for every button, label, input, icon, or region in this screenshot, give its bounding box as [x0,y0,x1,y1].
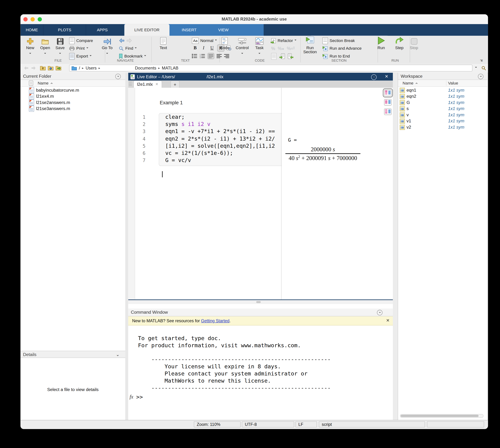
address-dropdown-icon[interactable] [475,67,477,69]
right-splitter[interactable] [393,73,398,420]
file-row[interactable]: l21ex4.m [20,93,125,99]
status-zoom[interactable]: Zoom: 110% [194,421,241,428]
prompt-row[interactable]: fx >> [129,393,143,400]
getting-started-link[interactable]: Getting Started [201,318,230,323]
workspace-hscrollbar[interactable] [400,414,484,418]
code-line[interactable]: vc = i2*(1/(s*1e-6)); [165,150,233,157]
forward-icon[interactable] [126,38,132,43]
hide-code-icon[interactable] [384,108,391,115]
command-output[interactable]: To get started, type doc. For product in… [138,335,390,392]
editor-tab[interactable]: l2e1.mlx ✕ [133,80,162,88]
editor-menu-icon[interactable] [371,74,377,80]
underline-button[interactable]: U [209,45,215,51]
command-prompt[interactable]: >> [136,394,143,400]
workspace-menu-icon[interactable] [478,74,484,79]
tab-plots[interactable]: PLOTS [44,24,86,36]
variable-row[interactable]: v1x1 sym [398,112,487,118]
code-line[interactable]: clear; [165,114,185,121]
smart-indent-icon[interactable] [271,53,277,60]
editor-content[interactable]: Example 1 1clear;2syms s i1 i2 v3eqn1 = … [128,88,393,299]
refactor-button[interactable]: fx Refactor [270,37,297,44]
code-line[interactable]: [i1,i2] = solve([eqn1,eqn2],[i1,i2 [165,143,275,150]
section-break-button[interactable]: Section Break [322,37,355,44]
text-button[interactable]: Text [155,36,172,50]
comment-icon[interactable]: % [271,46,275,51]
status-encoding[interactable]: UTF-8 [242,421,294,428]
command-window-header[interactable]: Command Window [128,308,393,316]
address-search-icon[interactable] [482,66,486,70]
tab-apps[interactable]: APPS [86,24,119,36]
breadcrumb-matlab[interactable]: MATLAB [162,65,178,70]
variable-row[interactable]: eqn21x1 sym [398,93,487,99]
wrap-comments-icon[interactable]: %⏎ [287,46,295,51]
bullet-list-icon[interactable] [192,53,198,58]
banner-close-icon[interactable]: ✕ [386,318,390,323]
panel-menu-icon[interactable] [115,74,121,79]
variable-row[interactable]: s1x1 sym [398,106,487,112]
new-button[interactable]: New [22,36,39,56]
uncomment-icon[interactable]: %✕ [278,46,284,51]
output-side-by-side-icon[interactable] [384,90,391,96]
current-folder-column-header[interactable]: Name [20,80,125,87]
section-title[interactable]: Example 1 [160,100,183,105]
output-divider[interactable] [281,88,281,299]
variable-row[interactable]: G1x1 sym [398,99,487,106]
control-button[interactable]: Control [234,36,251,56]
editor-close-icon[interactable]: ✕ [385,74,388,79]
print-button[interactable]: Print [69,45,88,52]
variable-row[interactable]: v21x1 sym [398,124,487,130]
goto-button[interactable]: Go To [99,36,116,56]
breadcrumb-root[interactable]: / [79,65,80,70]
folder-up-icon[interactable] [40,65,46,70]
code-line[interactable]: eqn1 = -v +7*i1 + 2*s*(i1 - i2) == [165,128,275,135]
step-button[interactable]: Step [391,36,408,50]
code-button[interactable]: Code [216,36,233,50]
align-left-icon[interactable] [217,54,222,58]
open-button[interactable]: Open [37,36,54,56]
variable-row[interactable]: v11x1 sym [398,118,487,124]
indent-left-icon[interactable] [288,53,294,59]
export-button[interactable]: Export [69,53,92,60]
tab-close-icon[interactable]: ✕ [155,82,158,86]
workspace-column-header[interactable]: Name Value [398,80,487,87]
left-splitter[interactable] [125,73,128,420]
details-header[interactable]: Details ⌄ [20,351,125,358]
task-button[interactable]: Task [251,36,268,56]
live-editor-titlebar[interactable]: Live Editor – /Users/ /l2e1.mlx ✕ [128,73,393,80]
stop-button[interactable]: Stop [406,36,422,50]
file-row[interactable]: l21se2answers.m [20,99,125,106]
folder-actions-icon[interactable] [56,65,62,70]
tab-insert[interactable]: INSERT [170,24,209,36]
back-icon[interactable] [119,38,125,43]
breadcrumb-users[interactable]: Users [86,65,97,70]
numbered-list-icon[interactable]: 123 [200,53,205,58]
file-row[interactable]: babyincubatorcurve.m [20,87,125,93]
status-line-ending[interactable]: LF [296,421,317,428]
code-line[interactable]: G = vc/v [165,157,191,164]
output-inline-icon[interactable] [384,99,391,106]
code-line[interactable]: eqn2 = 2*s*(i2 - i1) + 13*i2 + i2/ [165,135,275,142]
folder-find-icon[interactable] [48,65,54,70]
address-forward-icon[interactable] [31,65,36,70]
text-style-dropdown[interactable]: Aa Normal [192,37,217,44]
tab-overflow-icon[interactable] [129,82,132,86]
editor-command-splitter[interactable] [128,300,393,304]
code-line[interactable]: syms s i1 i2 v [165,121,210,128]
tab-live-editor[interactable]: LIVE EDITOR [124,24,170,36]
run-section-button[interactable]: Run Section [301,36,319,54]
tab-home[interactable]: HOME [20,24,44,36]
command-window-menu-icon[interactable] [377,310,382,316]
breadcrumb-documents[interactable]: Documents [135,65,156,70]
collapse-ribbon-icon[interactable]: ▲▔ [480,58,484,63]
run-and-advance-button[interactable]: Run and Advance [322,45,361,52]
align-right-icon[interactable] [224,54,229,58]
bold-button[interactable]: B [192,45,198,51]
tab-view[interactable]: VIEW [209,24,238,36]
indent-right-icon[interactable] [279,53,285,59]
fx-icon[interactable]: fx [129,394,133,400]
breadcrumb[interactable]: / ▸ Users ▸ Documents ▸ MATLAB [69,65,472,71]
new-tab-button[interactable]: + [171,80,180,88]
compare-button[interactable]: Compare [69,37,93,44]
paragraph-button[interactable] [207,53,214,59]
run-button[interactable]: Run [373,36,390,50]
